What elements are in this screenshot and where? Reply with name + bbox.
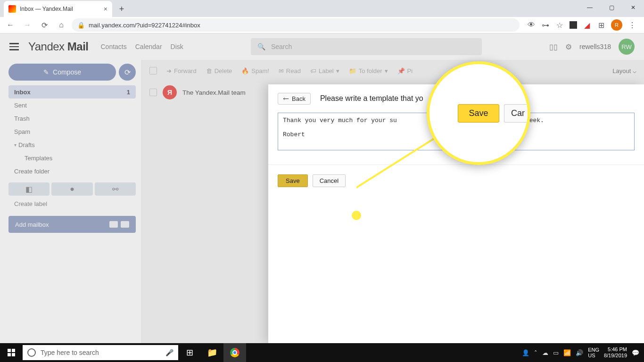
browser-chrome: Inbox — Yandex.Mail × + — ▢ ✕ ← → ⟳ ⌂ 🔒 …	[0, 0, 644, 33]
message-toolbar: ➜Forward 🗑Delete 🔥Spam! ✉Read 🏷Label ▾ 📁…	[142, 60, 644, 82]
yandex-header: Yandex Mail Contacts Calendar Disk 🔍 Sea…	[0, 33, 644, 60]
cortana-icon	[27, 348, 36, 357]
key-icon[interactable]: ⊶	[541, 21, 550, 29]
envelope-icon: ✉	[279, 67, 284, 74]
folder-spam[interactable]: Spam	[8, 125, 136, 138]
forward-button[interactable]: ➜Forward	[166, 67, 197, 74]
header-right: ▯▯ ⚙ rewells318 RW	[549, 39, 635, 55]
folder-drafts[interactable]: Drafts	[8, 138, 136, 151]
tab-close-icon[interactable]: ×	[104, 5, 107, 13]
star-icon[interactable]: ☆	[555, 21, 564, 29]
language-indicator[interactable]: ENGUS	[588, 347, 599, 358]
folder-trash[interactable]: Trash	[8, 112, 136, 125]
layout-dropdown[interactable]: Layout ⌵	[612, 67, 636, 74]
clock[interactable]: 5:46 PM8/19/2019	[604, 346, 627, 359]
pin-button[interactable]: 📌Pi	[397, 67, 413, 74]
refresh-button[interactable]: ⟳	[119, 64, 136, 81]
settings-icon[interactable]: ⚙	[565, 42, 572, 51]
nav-contacts[interactable]: Contacts	[100, 43, 126, 50]
tab-favicon-icon	[8, 5, 16, 13]
ext3-icon[interactable]: ⊞	[597, 21, 605, 29]
top-nav: Contacts Calendar Disk	[100, 43, 183, 50]
label-button[interactable]: 🏷Label ▾	[310, 67, 339, 74]
contacts-icon[interactable]: ▯▯	[549, 42, 558, 51]
menu-icon[interactable]: ⋮	[628, 21, 636, 29]
people-icon[interactable]: 👤	[522, 349, 529, 356]
battery-icon[interactable]: ▭	[553, 349, 559, 356]
new-tab-button[interactable]: +	[115, 2, 128, 16]
volume-icon[interactable]: 🔊	[576, 349, 583, 356]
chevron-up-icon[interactable]: ˄	[534, 349, 537, 356]
explorer-icon[interactable]: 📁	[201, 343, 223, 362]
search-input[interactable]: 🔍 Search	[251, 38, 482, 55]
windows-taskbar: Type here to search 🎤 ⊞ 📁 👤 ˄ ☁ ▭ 📶 🔊 EN…	[0, 343, 644, 362]
eye-icon[interactable]: 👁	[527, 21, 536, 29]
sender-name: The Yandex.Mail team	[182, 89, 246, 96]
sender-avatar-icon: Я	[163, 85, 177, 99]
magnified-save-button: Save	[458, 104, 499, 123]
create-folder-link[interactable]: Create folder	[8, 165, 136, 178]
windows-logo-icon	[8, 349, 15, 356]
ext1-icon[interactable]	[570, 21, 577, 29]
window-controls: — ▢ ✕	[579, 0, 644, 15]
nav-disk[interactable]: Disk	[171, 43, 183, 50]
pin-icon: 📌	[397, 67, 405, 74]
page-content: Yandex Mail Contacts Calendar Disk 🔍 Sea…	[0, 33, 644, 343]
ext2-icon[interactable]: ◢	[583, 21, 591, 29]
outlook-icon	[121, 221, 129, 228]
home-button[interactable]: ⌂	[55, 18, 68, 32]
spam-button[interactable]: 🔥Spam!	[241, 67, 269, 74]
tag-dot-button[interactable]: ●	[51, 182, 92, 196]
close-window-button[interactable]: ✕	[622, 0, 644, 15]
hamburger-icon[interactable]	[9, 43, 19, 50]
tag-attach-button[interactable]: ⚯	[95, 182, 136, 196]
mic-icon[interactable]: 🎤	[165, 349, 173, 356]
message-checkbox[interactable]	[149, 89, 157, 96]
browser-tab[interactable]: Inbox — Yandex.Mail ×	[4, 1, 112, 17]
tab-title: Inbox — Yandex.Mail	[20, 6, 73, 12]
tag-buttons: ◧ ● ⚯	[8, 182, 136, 196]
folder-sent[interactable]: Sent	[8, 99, 136, 112]
url-input[interactable]: 🔒 mail.yandex.com/?uid=922741224#inbox	[72, 18, 520, 32]
folder-inbox[interactable]: Inbox 1	[8, 85, 136, 99]
profile-avatar-icon[interactable]: R	[611, 19, 622, 31]
create-label-link[interactable]: Create label	[8, 196, 136, 212]
notifications-icon[interactable]: 💬	[632, 349, 639, 356]
folder-list: Inbox 1 Sent Trash Spam Drafts Templates…	[8, 85, 136, 178]
read-button[interactable]: ✉Read	[279, 67, 301, 74]
back-arrow-icon: 🡐	[283, 95, 289, 102]
back-button[interactable]: 🡐 Back	[278, 93, 311, 105]
forward-button[interactable]: →	[21, 18, 34, 32]
minimize-button[interactable]: —	[579, 0, 601, 15]
save-button[interactable]: Save	[278, 174, 308, 187]
taskbar-search[interactable]: Type here to search 🎤	[23, 345, 178, 360]
user-avatar[interactable]: RW	[619, 39, 635, 55]
add-mailbox-button[interactable]: Add mailbox	[8, 216, 136, 233]
tab-bar: Inbox — Yandex.Mail × +	[0, 0, 644, 17]
reload-button[interactable]: ⟳	[38, 18, 51, 32]
taskview-icon[interactable]: ⊞	[178, 343, 201, 362]
onedrive-icon[interactable]: ☁	[542, 349, 548, 356]
sidebar: ✎ Compose ⟳ Inbox 1 Sent Trash Spam Draf…	[0, 60, 141, 343]
select-all-checkbox[interactable]	[149, 67, 157, 74]
delete-button[interactable]: 🗑Delete	[206, 67, 232, 74]
maximize-button[interactable]: ▢	[601, 0, 622, 15]
folder-templates[interactable]: Templates	[8, 151, 136, 165]
yandex-logo[interactable]: Yandex Mail	[28, 40, 88, 53]
chrome-icon[interactable]	[223, 343, 246, 362]
compose-button[interactable]: ✎ Compose	[8, 64, 116, 81]
tag-icon: 🏷	[310, 67, 316, 74]
start-button[interactable]	[0, 343, 23, 362]
username[interactable]: rewells318	[579, 43, 611, 50]
address-bar: ← → ⟳ ⌂ 🔒 mail.yandex.com/?uid=922741224…	[0, 17, 644, 33]
extension-icons: 👁 ⊶ ☆ ◢ ⊞ R ⋮	[523, 19, 640, 31]
nav-calendar[interactable]: Calendar	[135, 43, 162, 50]
cancel-button[interactable]: Cancel	[313, 174, 346, 187]
system-tray: 👤 ˄ ☁ ▭ 📶 🔊 ENGUS 5:46 PM8/19/2019 💬	[517, 346, 644, 359]
tag-flag-button[interactable]: ◧	[8, 182, 50, 196]
forward-icon: ➜	[166, 67, 172, 74]
wifi-icon[interactable]: 📶	[563, 349, 571, 356]
back-button[interactable]: ←	[4, 18, 17, 32]
tofolder-button[interactable]: 📁To folder ▾	[349, 67, 388, 74]
folder-icon: 📁	[349, 67, 356, 74]
